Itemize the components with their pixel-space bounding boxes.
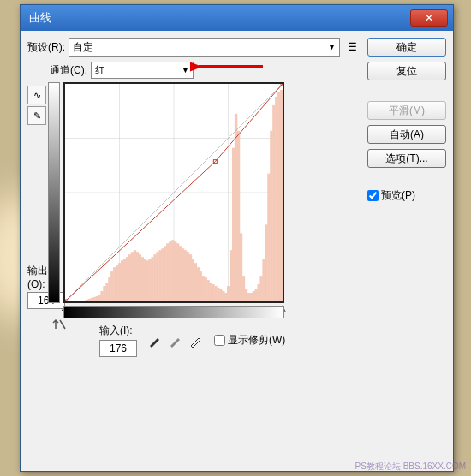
reset-button[interactable]: 复位 xyxy=(367,62,446,80)
svg-rect-18 xyxy=(91,298,93,301)
svg-rect-64 xyxy=(206,280,209,301)
svg-rect-39 xyxy=(144,259,146,301)
svg-rect-44 xyxy=(156,252,158,301)
svg-rect-76 xyxy=(237,131,240,301)
svg-rect-72 xyxy=(227,286,230,301)
svg-rect-30 xyxy=(121,260,123,301)
svg-rect-38 xyxy=(141,257,144,301)
svg-rect-19 xyxy=(92,297,95,301)
preview-checkbox[interactable]: 预览(P) xyxy=(367,188,446,203)
options-button[interactable]: 选项(T)... xyxy=(367,149,446,168)
svg-rect-70 xyxy=(222,291,224,301)
svg-rect-29 xyxy=(118,263,121,301)
svg-rect-92 xyxy=(277,92,280,301)
svg-rect-46 xyxy=(161,248,164,301)
svg-rect-43 xyxy=(153,254,156,301)
svg-rect-47 xyxy=(164,246,166,301)
svg-rect-69 xyxy=(219,289,222,301)
svg-rect-25 xyxy=(108,277,110,301)
svg-rect-65 xyxy=(209,283,212,301)
watermark: PS教程论坛 BBS.16XX.COM xyxy=(355,461,466,473)
channel-value: 红 xyxy=(95,63,105,78)
target-adjust-icon[interactable] xyxy=(50,316,69,335)
annotation-arrow-icon xyxy=(190,58,267,75)
curve-tool-draw[interactable]: ✎ xyxy=(27,106,46,125)
titlebar[interactable]: 曲线 ✕ xyxy=(21,5,453,31)
svg-rect-71 xyxy=(224,293,227,301)
svg-rect-52 xyxy=(176,243,179,301)
show-clipping-checkbox[interactable]: 显示修剪(W) xyxy=(214,333,285,348)
svg-rect-93 xyxy=(280,90,283,301)
svg-rect-78 xyxy=(242,276,245,301)
svg-rect-79 xyxy=(245,289,247,301)
svg-rect-80 xyxy=(247,293,250,301)
svg-rect-16 xyxy=(86,300,88,301)
svg-rect-40 xyxy=(146,260,149,301)
svg-rect-17 xyxy=(88,299,91,301)
svg-rect-49 xyxy=(169,241,171,301)
svg-rect-32 xyxy=(126,257,128,301)
vertical-gradient xyxy=(48,82,60,303)
svg-rect-68 xyxy=(217,288,219,301)
svg-rect-66 xyxy=(212,284,214,301)
chevron-down-icon: ▼ xyxy=(328,43,336,51)
svg-rect-48 xyxy=(166,243,169,301)
svg-rect-56 xyxy=(187,252,189,301)
preset-select[interactable]: 自定 ▼ xyxy=(69,38,340,57)
svg-rect-35 xyxy=(134,250,136,301)
svg-rect-85 xyxy=(259,276,262,301)
svg-rect-57 xyxy=(189,254,192,301)
svg-rect-60 xyxy=(197,267,200,301)
svg-rect-90 xyxy=(272,105,275,301)
svg-rect-89 xyxy=(270,131,272,301)
svg-rect-21 xyxy=(98,295,100,301)
svg-rect-33 xyxy=(128,254,131,301)
svg-rect-22 xyxy=(100,291,103,301)
svg-rect-45 xyxy=(158,250,161,301)
input-input[interactable] xyxy=(99,340,137,357)
curve-graph[interactable] xyxy=(63,82,284,303)
svg-rect-62 xyxy=(201,276,204,301)
channel-label: 通道(C): xyxy=(50,63,87,78)
svg-rect-50 xyxy=(171,240,174,301)
preset-value: 自定 xyxy=(73,40,93,55)
preset-label: 预设(R): xyxy=(27,40,65,55)
svg-rect-75 xyxy=(235,114,237,301)
svg-rect-74 xyxy=(232,148,235,301)
close-button[interactable]: ✕ xyxy=(410,9,448,27)
channel-select[interactable]: 红 ▼ xyxy=(91,62,194,79)
eyedropper-white-icon[interactable] xyxy=(188,333,204,348)
ok-button[interactable]: 确定 xyxy=(367,38,446,57)
svg-rect-87 xyxy=(265,224,267,301)
svg-rect-82 xyxy=(253,291,255,301)
svg-rect-53 xyxy=(179,246,182,301)
svg-rect-55 xyxy=(184,250,187,301)
eyedropper-gray-icon[interactable] xyxy=(168,333,183,348)
svg-rect-27 xyxy=(113,267,116,301)
curves-dialog: 曲线 ✕ 预设(R): 自定 ▼ ☰ 通道(C): 红 ▼ xyxy=(20,4,454,472)
svg-rect-91 xyxy=(275,97,277,301)
svg-rect-24 xyxy=(105,283,108,301)
svg-rect-36 xyxy=(136,252,139,301)
svg-rect-41 xyxy=(148,259,151,301)
window-title: 曲线 xyxy=(26,10,410,26)
input-label: 输入(I): xyxy=(99,324,137,338)
auto-button[interactable]: 自动(A) xyxy=(367,125,446,144)
svg-rect-23 xyxy=(103,286,105,301)
curve-tool-point[interactable]: ∿ xyxy=(27,86,46,104)
svg-rect-51 xyxy=(174,241,176,301)
svg-rect-88 xyxy=(267,174,270,301)
chevron-down-icon: ▼ xyxy=(182,66,189,74)
svg-rect-86 xyxy=(262,259,265,301)
svg-rect-59 xyxy=(194,263,197,301)
svg-rect-84 xyxy=(257,284,259,301)
svg-rect-26 xyxy=(110,271,113,301)
output-label: 输出(O): xyxy=(27,264,48,290)
svg-rect-28 xyxy=(116,265,118,301)
preset-menu-icon[interactable]: ☰ xyxy=(343,39,361,56)
horizontal-gradient xyxy=(63,306,284,318)
svg-rect-94 xyxy=(283,88,284,301)
svg-rect-42 xyxy=(151,257,153,301)
eyedropper-black-icon[interactable] xyxy=(147,333,163,348)
svg-rect-63 xyxy=(204,277,206,301)
